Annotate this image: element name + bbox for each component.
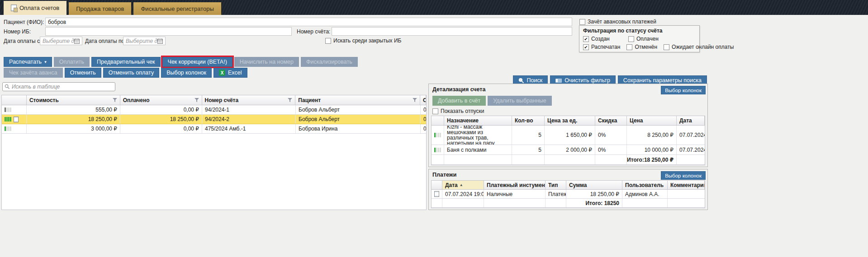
advance-offset-checkbox[interactable]: Зачёт авансовых платежей bbox=[579, 19, 656, 25]
payments-total: Итого: 18250 bbox=[566, 199, 622, 207]
show-vacations-checkbox[interactable]: Показать отпуски bbox=[432, 108, 484, 114]
amount-column-header[interactable]: Сумма bbox=[566, 181, 622, 189]
add-to-invoice-button[interactable]: Добавить в счёт bbox=[432, 96, 486, 106]
price-column-header[interactable]: Цена bbox=[627, 116, 677, 125]
cancel-button[interactable]: Отменить bbox=[65, 68, 101, 78]
status-checkbox-paid[interactable]: Оплачен bbox=[628, 36, 659, 42]
invoice-detail-panel: Детализация счета Выбор колонок Добавить… bbox=[428, 84, 708, 167]
correction-receipt-button[interactable]: Чек коррекции (BETA!) bbox=[162, 57, 232, 67]
tab-goods-sale[interactable]: Продажа товаров bbox=[69, 2, 131, 15]
payments-column-select-button[interactable]: Выбор колонок bbox=[661, 171, 706, 180]
receipt-icon bbox=[14, 117, 19, 122]
quantity-column-header[interactable]: Кол-во bbox=[512, 116, 545, 125]
status-checkbox-cancelled[interactable]: Отменён bbox=[626, 44, 657, 50]
payment-amount-cell: 18 250,00 ₽ bbox=[566, 190, 622, 198]
detail-column-select-button[interactable]: Выбор колонок bbox=[661, 86, 706, 94]
paid-cell: 18 250,00 ₽ bbox=[120, 115, 202, 124]
invoice-number-label: Номер счёта: bbox=[297, 28, 330, 35]
date-column-header[interactable]: Дата bbox=[677, 116, 705, 125]
discount-cell: 0% bbox=[595, 126, 627, 145]
date-from-picker[interactable] bbox=[40, 37, 82, 45]
truncated-cell: 0 bbox=[421, 115, 426, 124]
table-search-box[interactable] bbox=[2, 82, 115, 91]
filter-funnel-icon[interactable] bbox=[194, 98, 199, 102]
user-column-header[interactable]: Пользователь bbox=[622, 181, 668, 189]
comment-column-header[interactable]: Комментарий bbox=[668, 181, 705, 189]
app-window: Оплата счетов Продажа товаров Фискальные… bbox=[0, 0, 868, 257]
button-label: Добавить в счёт bbox=[438, 98, 480, 104]
discount-column-header[interactable]: Скидка bbox=[595, 116, 627, 125]
document-icon bbox=[434, 191, 439, 197]
table-search-input[interactable] bbox=[12, 84, 113, 90]
cancel-payment-button[interactable]: Отменить оплату bbox=[103, 68, 159, 78]
print-button[interactable]: Распечатать ▾ bbox=[4, 57, 52, 67]
detail-table-header: Назначение Кол-во Цена за ед. Скидка Цен… bbox=[432, 116, 705, 126]
patient-cell: Бобров Альберт bbox=[296, 115, 421, 124]
unit-price-cell: 1 650,00 ₽ bbox=[545, 126, 595, 145]
quantity-cell: 5 bbox=[512, 126, 545, 145]
column-label: Стоимость bbox=[29, 97, 59, 103]
date-from-input[interactable] bbox=[43, 38, 74, 44]
checkbox-label: Ожидает онлайн оплаты bbox=[672, 44, 734, 50]
invoice-number-column-header[interactable]: Номер счёта bbox=[202, 95, 296, 105]
truncated-column-header[interactable]: С bbox=[420, 95, 426, 105]
patient-input[interactable] bbox=[45, 18, 572, 26]
calendar-icon[interactable] bbox=[157, 38, 163, 44]
excel-export-button[interactable]: X Excel bbox=[213, 68, 247, 78]
column-label: Комментарий bbox=[670, 182, 705, 188]
checkbox-label: Искать среди закрытых ИБ bbox=[333, 37, 401, 44]
paid-column-header[interactable]: Оплачено bbox=[120, 95, 202, 105]
ib-number-input[interactable] bbox=[45, 27, 292, 36]
invoice-row[interactable]: 3 000,00 ₽ 0,00 ₽ 475/2024 Амб.-1 Бобров… bbox=[2, 124, 426, 134]
date-to-input[interactable] bbox=[126, 38, 157, 44]
button-label: Распечатать bbox=[9, 59, 42, 65]
tab-label: Фискальные регистраторы bbox=[141, 5, 213, 12]
checkbox-box bbox=[628, 36, 634, 42]
cost-column-header[interactable]: Стоимость bbox=[27, 95, 120, 105]
filter-funnel-icon[interactable] bbox=[413, 98, 417, 102]
status-checkbox-created[interactable]: ✔ Создан bbox=[583, 36, 622, 42]
chevron-down-icon: ▾ bbox=[44, 60, 47, 64]
detail-row[interactable]: Баня с полками 5 2 000,00 ₽ 0% 10 000,00… bbox=[432, 145, 705, 155]
column-label: Пациент bbox=[298, 97, 321, 103]
advance-offset-receipt-button[interactable]: Чек зачёта аванса bbox=[4, 68, 63, 78]
instrument-column-header[interactable]: Платежный инстумент bbox=[484, 181, 545, 189]
patient-column-header[interactable]: Пациент bbox=[295, 95, 420, 105]
pay-button[interactable]: Оплатить bbox=[54, 57, 90, 67]
button-label: Фискализировать bbox=[306, 59, 352, 65]
status-filter-group: Фильтрация по статусу счёта ✔ Создан Опл… bbox=[579, 25, 700, 52]
payment-row[interactable]: 07.07.2024 19:06 Наличные Платеж 18 250,… bbox=[432, 190, 705, 199]
status-checkbox-awaiting-online[interactable]: Ожидает онлайн оплаты bbox=[664, 44, 734, 50]
fiscalize-button[interactable]: Фискализировать bbox=[301, 57, 358, 67]
payment-date-cell: 07.07.2024 19:06 bbox=[442, 190, 484, 198]
checkbox-box: ✔ bbox=[583, 44, 589, 50]
search-closed-ib-checkbox[interactable]: Искать среди закрытых ИБ bbox=[325, 37, 401, 44]
type-column-header[interactable]: Тип bbox=[545, 181, 566, 189]
tab-fiscal-registers[interactable]: Фискальные регистраторы bbox=[133, 2, 221, 15]
column-label: Цена за ед. bbox=[547, 117, 577, 124]
invoice-row[interactable]: 555,00 ₽ 0,00 ₽ 94/2024-1 Бобров Альберт… bbox=[2, 105, 426, 115]
delete-selected-button[interactable]: Удалить выбранные bbox=[488, 96, 552, 106]
tab-invoice-payment[interactable]: Оплата счетов bbox=[4, 1, 66, 15]
invoice-number-input[interactable] bbox=[332, 27, 572, 36]
detail-row[interactable]: Kizhi - массаж мешочками из различных тр… bbox=[432, 126, 705, 145]
status-bars-icon bbox=[434, 133, 441, 137]
filter-funnel-icon[interactable] bbox=[113, 98, 117, 102]
filter-funnel-icon[interactable] bbox=[288, 98, 292, 102]
checkbox-box bbox=[432, 108, 438, 114]
checkbox-label: Создан bbox=[591, 36, 610, 42]
preliminary-receipt-button[interactable]: Предварительный чек bbox=[91, 57, 161, 67]
unit-price-column-header[interactable]: Цена за ед. bbox=[545, 116, 595, 125]
cost-cell: 3 000,00 ₽ bbox=[27, 124, 120, 133]
column-select-button[interactable]: Выбор колонок bbox=[161, 68, 212, 78]
document-icon bbox=[11, 5, 17, 11]
date-to-picker[interactable] bbox=[123, 37, 166, 45]
status-checkbox-printed[interactable]: ✔ Распечатан bbox=[583, 44, 620, 50]
date-column-header[interactable]: Дата ▲ bbox=[442, 181, 484, 189]
charge-to-number-button[interactable]: Начислить на номер bbox=[234, 57, 299, 67]
unit-price-cell: 2 000,00 ₽ bbox=[545, 145, 595, 154]
detail-total-row: Итого:18 250,00 ₽ bbox=[432, 155, 705, 165]
service-column-header[interactable]: Назначение bbox=[444, 116, 512, 125]
invoice-row-selected[interactable]: 18 250,00 ₽ 18 250,00 ₽ 94/2024-2 Бобров… bbox=[2, 115, 426, 124]
calendar-icon[interactable] bbox=[74, 38, 80, 44]
